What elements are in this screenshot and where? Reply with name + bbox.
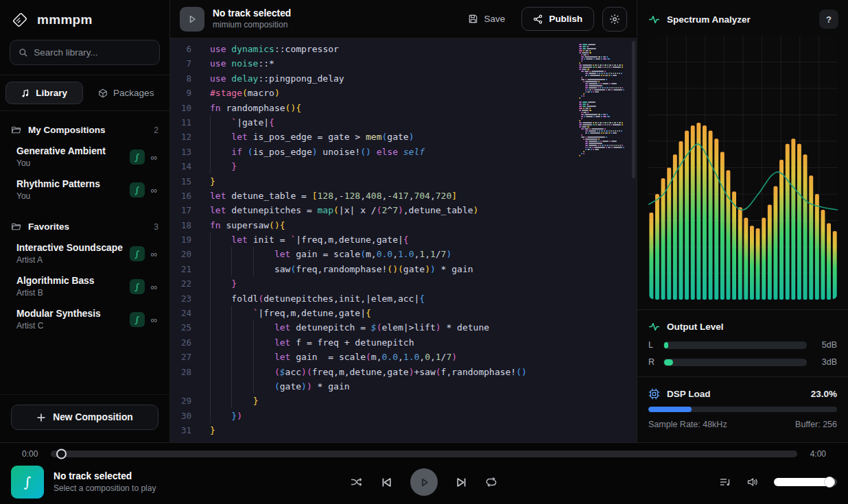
section-title: Favorites <box>28 221 147 232</box>
code-editor[interactable]: 6 use dynamics::compressor 7 use noise::… <box>170 38 637 442</box>
code-line: 19 let init = `|freq,m,detune,gate|{ <box>170 232 637 247</box>
playlist-icon <box>719 476 731 488</box>
editor-minimap[interactable] <box>579 44 627 159</box>
publish-label: Publish <box>549 14 582 24</box>
new-composition-button[interactable]: New Composition <box>11 405 158 430</box>
volume-knob[interactable] <box>824 477 835 488</box>
share-icon <box>533 14 543 24</box>
header-play-button[interactable] <box>180 7 204 32</box>
settings-button[interactable] <box>602 7 627 32</box>
app-logo-icon <box>11 11 29 29</box>
seek-knob[interactable] <box>56 449 67 459</box>
level-meter-track <box>663 341 807 349</box>
album-art: ∫ <box>11 466 44 499</box>
current-track-subtitle: mimium composition <box>213 20 291 29</box>
composition-list-item[interactable]: Rhythmic Patterns You ∫ ∞ <box>5 173 164 206</box>
item-subtitle: You <box>16 191 130 201</box>
speaker-icon <box>746 476 759 488</box>
spectrum-title: Spectrum Analyzer <box>667 14 812 25</box>
item-title: Rhythmic Patterns <box>16 179 130 189</box>
code-line: 23 foldl(detunepitches,init,|elem,acc|{ <box>170 291 637 306</box>
code-line: 16 let detune_table = [128,-128,408,-417… <box>170 189 637 203</box>
code-line: 32 <box>170 438 637 442</box>
section-header[interactable]: My Compositions 2 <box>5 118 164 141</box>
level-meter-row: R 3dB <box>648 357 837 367</box>
publish-button[interactable]: Publish <box>521 7 594 31</box>
search-box[interactable] <box>10 40 160 65</box>
tab-packages[interactable]: Packages <box>89 82 165 104</box>
folder-icon <box>11 221 21 232</box>
section-header[interactable]: Favorites 3 <box>5 215 164 237</box>
tab-library[interactable]: Library <box>5 82 83 104</box>
meter-channel-label: L <box>648 340 657 350</box>
item-title: Interactive Soundscape <box>16 243 130 253</box>
dsp-load-value: 23.0% <box>811 389 837 399</box>
code-line: 7 use noise::* <box>170 56 637 71</box>
search-icon <box>19 47 27 58</box>
seek-bar[interactable] <box>51 451 797 457</box>
composition-list-item[interactable]: Modular Synthesis Artist C ∫ ∞ <box>5 303 164 336</box>
code-line: 25 let detunepitch = $(elem|>lift) * det… <box>170 320 637 335</box>
save-button[interactable]: Save <box>460 8 513 29</box>
meter-value: 3dB <box>814 357 837 367</box>
previous-button[interactable] <box>381 477 392 488</box>
level-meter-row: L 5dB <box>648 340 837 350</box>
repeat-button[interactable] <box>485 476 497 488</box>
composition-list-item[interactable]: Interactive Soundscape Artist A ∫ ∞ <box>5 237 164 270</box>
time-total: 4:00 <box>805 449 826 459</box>
save-label: Save <box>484 14 505 24</box>
composition-list-item[interactable]: Generative Ambient You ∫ ∞ <box>5 141 164 173</box>
new-composition-label: New Composition <box>53 412 133 422</box>
sample-rate-label: Sample Rate: 48kHz <box>648 420 727 429</box>
item-subtitle: Artist A <box>16 255 130 265</box>
player-track-title: No track selected <box>54 471 156 481</box>
item-subtitle: Artist B <box>16 288 130 298</box>
mimium-badge-icon: ∫ <box>130 149 145 165</box>
waveform-icon <box>648 321 660 333</box>
infinity-icon: ∞ <box>151 249 157 259</box>
item-title: Generative Ambient <box>16 146 130 156</box>
editor-scrollbar[interactable] <box>632 41 635 178</box>
section-count: 2 <box>154 125 158 135</box>
infinity-icon: ∞ <box>151 315 157 325</box>
folder-icon <box>11 125 21 135</box>
right-panel: Spectrum Analyzer ? Output Level L 5dB R… <box>637 0 848 442</box>
section-count: 3 <box>154 222 158 232</box>
mimium-badge-icon: ∫ <box>130 279 145 294</box>
gear-icon <box>609 14 620 25</box>
dsp-load-title: DSP Load <box>667 389 804 399</box>
code-line: 30 }) <box>170 409 637 423</box>
app-title: mmmpm <box>37 12 93 27</box>
code-line: 29 } <box>170 394 637 408</box>
volume-button[interactable] <box>746 476 759 488</box>
player-track-subtitle: Select a composition to play <box>54 483 156 493</box>
code-line: 24 `|freq,m,detune,gate|{ <box>170 306 637 320</box>
mimium-badge-icon: ∫ <box>130 246 145 261</box>
player-bar: 0:00 4:00 ∫ No track selected Select a c… <box>0 442 848 504</box>
infinity-icon: ∞ <box>151 185 157 195</box>
package-icon <box>98 88 108 98</box>
code-line: 27 let gain = scale(m,0.0,1.0,0,1/7) <box>170 350 637 364</box>
brand: mmmpm <box>0 0 169 38</box>
code-line: (gate)) * gain <box>170 379 637 394</box>
volume-slider[interactable] <box>774 478 837 486</box>
tab-library-label: Library <box>36 88 67 98</box>
cpu-icon <box>648 388 660 400</box>
meter-value: 5dB <box>814 340 837 350</box>
sidebar-tabs: Library Packages <box>0 75 169 111</box>
infinity-icon: ∞ <box>151 152 157 163</box>
code-line: 18 fn supersaw(){ <box>170 218 637 232</box>
play-button[interactable] <box>410 468 438 496</box>
play-icon <box>187 14 197 24</box>
item-subtitle: You <box>16 158 130 168</box>
item-subtitle: Artist C <box>16 321 130 331</box>
sidebar-lists: My Compositions 2 Generative Ambient You… <box>0 111 169 394</box>
sidebar: mmmpm Library <box>0 0 170 442</box>
search-input[interactable] <box>34 47 151 58</box>
composition-list-item[interactable]: Algorithmic Bass Artist B ∫ ∞ <box>5 270 164 303</box>
code-line: 15 } <box>170 174 637 189</box>
help-button[interactable]: ? <box>819 10 838 29</box>
shuffle-button[interactable] <box>351 476 363 488</box>
next-button[interactable] <box>456 477 467 488</box>
queue-button[interactable] <box>719 476 731 488</box>
